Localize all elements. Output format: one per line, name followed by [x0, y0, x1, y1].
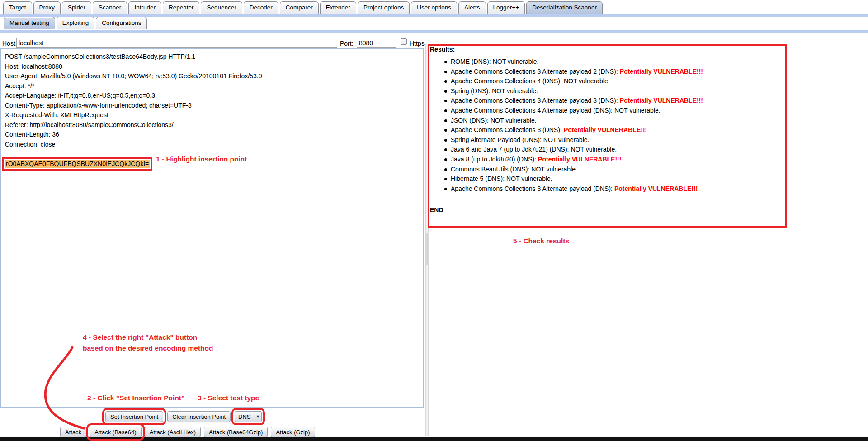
- result-status: Potentially VULNERABLE!!!: [620, 68, 703, 75]
- port-input[interactable]: [357, 38, 396, 48]
- attack-button[interactable]: Attack: [60, 427, 86, 437]
- request-header-line: Connection: close: [5, 140, 420, 150]
- bullet-icon: [444, 168, 447, 171]
- annotation-step5: 5 - Check results: [513, 237, 569, 245]
- host-label: Host:: [2, 40, 17, 47]
- extension-tab[interactable]: Configurations: [96, 17, 147, 29]
- result-item: Apache Commons Collections 3 Alternate p…: [444, 67, 703, 77]
- result-label: Apache Commons Collections 3 Alternate p…: [451, 97, 618, 104]
- result-item: Java 8 (up to Jdk8u20) (DNS):Potentially…: [444, 155, 703, 165]
- request-header-line: POST /sampleCommonsCollections3/testBase…: [5, 52, 420, 62]
- burp-tab[interactable]: Scanner: [93, 1, 127, 14]
- burp-tab[interactable]: Alerts: [458, 1, 486, 14]
- result-item: Apache Commons Collections 3 Alternate p…: [444, 184, 703, 194]
- host-input[interactable]: [16, 38, 337, 48]
- result-status: NOT vulnerable.: [571, 146, 617, 153]
- result-item: JSON (DNS):NOT vulnerable.: [444, 116, 703, 126]
- result-label: Hibernate 5 (DNS):: [451, 175, 505, 182]
- test-type-selected-value: DNS: [235, 412, 254, 422]
- attack-button[interactable]: Attack (Ascii Hex): [145, 427, 201, 437]
- bullet-icon: [444, 90, 447, 93]
- results-list[interactable]: ROME (DNS):NOT vulnerable. Apache Common…: [444, 57, 703, 194]
- result-label: JSON (DNS):: [451, 117, 489, 124]
- result-item: Spring Alternate Payload (DNS):NOT vulne…: [444, 135, 703, 145]
- https-checkbox[interactable]: [401, 38, 407, 45]
- bullet-icon: [444, 158, 447, 161]
- result-label: Apache Commons Collections 3 Alternate p…: [451, 68, 618, 75]
- bullet-icon: [444, 139, 447, 142]
- bullet-icon: [444, 80, 447, 83]
- burp-tab[interactable]: Sequencer: [201, 1, 242, 14]
- result-label: Apache Commons Collections 3 Alternate p…: [451, 185, 613, 192]
- request-header-line: X-Requested-With: XMLHttpRequest: [5, 110, 420, 120]
- result-item: Apache Commons Collections 4 (DNS):NOT v…: [444, 76, 703, 86]
- annotation-step4-line1: 4 - Select the right "Attack" button: [83, 332, 213, 343]
- result-status: NOT vulnerable.: [492, 87, 538, 95]
- insertion-controls-row: Set Insertion Point Clear Insertion Poin…: [105, 411, 262, 422]
- burp-tab[interactable]: Intruder: [128, 1, 161, 14]
- result-item: ROME (DNS):NOT vulnerable.: [444, 57, 703, 67]
- port-label: Port:: [340, 40, 354, 47]
- result-label: Java 8 (up to Jdk8u20) (DNS):: [451, 156, 536, 163]
- result-label: Spring (DNS):: [451, 87, 490, 95]
- set-insertion-point-button[interactable]: Set Insertion Point: [105, 411, 163, 422]
- extension-tab[interactable]: Exploiting: [57, 17, 95, 29]
- result-label: Apache Commons Collections 4 (DNS):: [451, 77, 562, 85]
- results-scrollbar[interactable]: [425, 44, 429, 436]
- burp-tab[interactable]: Deserialization Scanner: [526, 1, 603, 14]
- request-header-line: Content-Length: 36: [5, 130, 420, 140]
- request-header-line: Host: localhost:8080: [5, 62, 420, 72]
- attack-button[interactable]: Attack (Gzip): [271, 427, 315, 437]
- request-header-lines: POST /sampleCommonsCollections3/testBase…: [5, 52, 420, 149]
- result-item: Commons BeanUtils (DNS):NOT vulnerable.: [444, 165, 703, 175]
- result-status: NOT vulnerable.: [614, 107, 660, 114]
- bullet-icon: [444, 119, 447, 122]
- burp-tab[interactable]: Extender: [320, 1, 356, 14]
- https-label: Https: [410, 40, 425, 47]
- attack-buttons-row: Attack Attack (Base64) Attack (Ascii Hex…: [60, 427, 315, 437]
- bullet-icon: [444, 100, 447, 102]
- clear-insertion-point-button[interactable]: Clear Insertion Point: [167, 411, 231, 422]
- bullet-icon: [444, 148, 447, 151]
- taskbar-strip: [0, 437, 868, 441]
- result-status: Potentially VULNERABLE!!!: [538, 156, 621, 163]
- request-header-line: Accept-Language: it-IT,it;q=0.8,en-US;q=…: [5, 91, 420, 101]
- annotation-step4-line2: based on the desired encoding method: [83, 343, 213, 354]
- burp-tab[interactable]: Repeater: [163, 1, 200, 14]
- burp-tab[interactable]: Logger++: [487, 1, 525, 14]
- result-label: ROME (DNS):: [451, 58, 491, 65]
- split-pane-divider[interactable]: [425, 33, 425, 437]
- burp-tab[interactable]: Spider: [62, 1, 91, 14]
- annotation-step1: 1 - Highlight insertion point: [156, 155, 247, 163]
- burp-tab[interactable]: User options: [411, 1, 457, 14]
- annotation-step4: 4 - Select the right "Attack" button bas…: [83, 332, 213, 354]
- chevron-down-icon[interactable]: ▼: [254, 412, 261, 422]
- attack-button[interactable]: Attack (Base64Gzip): [204, 427, 268, 437]
- bullet-icon: [444, 129, 447, 132]
- result-label: Commons BeanUtils (DNS):: [451, 166, 529, 173]
- highlighted-payload[interactable]: rO0ABXQAE0FBQUFBQSBUZXN0IEJCQkJCQkI=: [5, 160, 150, 168]
- request-header-line: Content-Type: application/x-www-form-url…: [5, 101, 420, 111]
- burp-tab[interactable]: Comparer: [280, 1, 319, 14]
- result-label: Spring Alternate Payload (DNS):: [451, 136, 542, 143]
- request-header-line: Accept: */*: [5, 81, 420, 91]
- bullet-icon: [444, 61, 447, 63]
- result-item: Java 6 and Java 7 (up to Jdk7u21) (DNS):…: [444, 145, 703, 155]
- burp-tab[interactable]: Target: [3, 1, 32, 14]
- result-status: NOT vulnerable.: [493, 58, 539, 65]
- result-label: Apache Commons Collections 3 (DNS):: [451, 126, 562, 133]
- attack-button[interactable]: Attack (Base64): [90, 427, 142, 437]
- result-status: Potentially VULNERABLE!!!: [620, 97, 703, 104]
- bullet-icon: [444, 71, 447, 73]
- burp-tab[interactable]: Project options: [358, 1, 410, 14]
- burp-tab[interactable]: Decoder: [244, 1, 278, 14]
- result-item: Apache Commons Collections 3 (DNS):Poten…: [444, 125, 703, 135]
- results-scrollbar-thumb[interactable]: [426, 233, 428, 265]
- annotation-step2: 2 - Click "Set Insertion Point": [87, 394, 184, 402]
- deserialization-scanner-screen: Target Proxy Spider Scanner Intruder Rep…: [0, 0, 868, 441]
- extension-tab[interactable]: Manual testing: [4, 17, 55, 29]
- test-type-dropdown[interactable]: DNS ▼: [235, 411, 262, 422]
- request-header-line: Referer: http://localhost:8080/sampleCom…: [5, 120, 420, 130]
- request-header-line: User-Agent: Mozilla/5.0 (Windows NT 10.0…: [5, 71, 420, 81]
- burp-tab[interactable]: Proxy: [33, 1, 61, 14]
